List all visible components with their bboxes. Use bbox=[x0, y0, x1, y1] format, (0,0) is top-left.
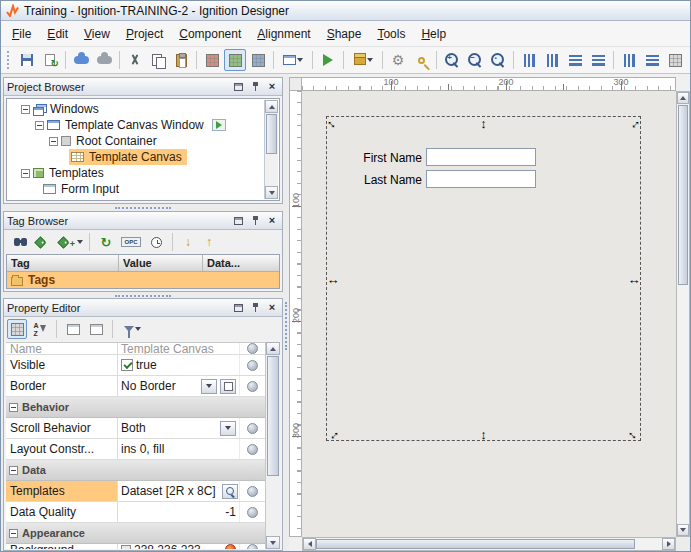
property-row-visible[interactable]: Visible true bbox=[6, 355, 265, 376]
resize-handle-s-icon[interactable] bbox=[480, 428, 487, 441]
collapse-all-button[interactable] bbox=[86, 319, 106, 339]
tree-node-template-canvas-window[interactable]: Template Canvas Window bbox=[7, 117, 279, 133]
scroll-thumb[interactable] bbox=[267, 356, 279, 476]
section-data[interactable]: Data bbox=[6, 460, 265, 481]
paste-button[interactable] bbox=[170, 49, 192, 71]
menu-tools[interactable]: Tools bbox=[369, 24, 413, 44]
tree-node-form-input[interactable]: Form Input bbox=[7, 181, 279, 197]
color-swatch[interactable] bbox=[121, 545, 131, 550]
float-button[interactable] bbox=[231, 80, 245, 93]
section-appearance[interactable]: Appearance bbox=[6, 523, 265, 544]
collapse-icon[interactable] bbox=[49, 137, 58, 146]
checkbox-checked[interactable] bbox=[121, 359, 133, 371]
update-project-button[interactable] bbox=[39, 49, 61, 71]
resize-handle-nw-icon[interactable] bbox=[324, 114, 342, 132]
binding-icon[interactable] bbox=[247, 444, 258, 455]
dropdown-button[interactable] bbox=[220, 421, 236, 436]
menu-help[interactable]: Help bbox=[413, 24, 454, 44]
publish-gateway-button[interactable] bbox=[70, 49, 92, 71]
binding-icon[interactable] bbox=[247, 486, 258, 497]
column-header-tag[interactable]: Tag bbox=[7, 255, 119, 271]
tree-node-template-canvas[interactable]: Template Canvas bbox=[7, 149, 279, 165]
collapse-icon[interactable] bbox=[9, 403, 18, 412]
binding-icon[interactable] bbox=[247, 507, 258, 518]
menu-view[interactable]: View bbox=[76, 24, 118, 44]
gateway-offline-button[interactable] bbox=[93, 49, 115, 71]
scroll-thumb[interactable] bbox=[316, 539, 635, 549]
scroll-up-button[interactable] bbox=[677, 92, 689, 104]
close-button[interactable] bbox=[265, 301, 279, 314]
section-behavior[interactable]: Behavior bbox=[6, 397, 265, 418]
align-left-button[interactable] bbox=[518, 49, 540, 71]
resize-handle-e-icon[interactable] bbox=[628, 272, 641, 285]
menu-alignment[interactable]: Alignment bbox=[249, 24, 318, 44]
distribute-h-button[interactable] bbox=[618, 49, 640, 71]
mode-design-button[interactable] bbox=[224, 49, 246, 71]
resize-handle-n-icon[interactable] bbox=[480, 117, 487, 130]
property-row-name[interactable]: Name Template Canvas bbox=[6, 343, 265, 355]
scroll-down-button[interactable] bbox=[677, 524, 689, 536]
binding-icon[interactable] bbox=[247, 423, 258, 434]
collapse-icon[interactable] bbox=[9, 529, 18, 538]
collapse-icon[interactable] bbox=[21, 169, 30, 178]
column-header-value[interactable]: Value bbox=[119, 255, 203, 271]
resize-handle-w-icon[interactable] bbox=[327, 272, 340, 285]
scroll-up-button[interactable] bbox=[266, 342, 280, 355]
menu-shape[interactable]: Shape bbox=[319, 24, 370, 44]
property-row-templates[interactable]: Templates Dataset [2R x 8C] bbox=[6, 481, 265, 502]
opc-browse-button[interactable]: OPC bbox=[119, 232, 143, 252]
chevron-down-icon[interactable] bbox=[77, 240, 83, 244]
pin-button[interactable] bbox=[248, 214, 262, 227]
float-button[interactable] bbox=[231, 301, 245, 314]
first-name-label[interactable]: First Name bbox=[358, 150, 422, 166]
collapse-icon[interactable] bbox=[35, 121, 44, 130]
property-row-background[interactable]: Background 238,236,233 bbox=[6, 544, 265, 549]
settings-button[interactable] bbox=[387, 49, 409, 71]
expand-all-button[interactable] bbox=[63, 319, 83, 339]
binding-icon[interactable] bbox=[247, 343, 258, 354]
menu-file[interactable]: File bbox=[4, 24, 39, 44]
tree-node-windows[interactable]: Windows bbox=[7, 101, 279, 117]
tree-node-root-container[interactable]: Root Container bbox=[7, 133, 279, 149]
tag-row-tags[interactable]: Tags bbox=[7, 272, 279, 288]
tag-history-button[interactable] bbox=[146, 232, 166, 252]
close-button[interactable] bbox=[265, 214, 279, 227]
sort-button[interactable] bbox=[30, 319, 50, 339]
scroll-up-button[interactable] bbox=[265, 100, 278, 113]
refresh-tags-button[interactable] bbox=[96, 232, 116, 252]
property-row-border[interactable]: Border No Border bbox=[6, 376, 265, 397]
filter-button[interactable] bbox=[119, 319, 145, 339]
open-window-button[interactable] bbox=[278, 49, 308, 71]
scroll-down-button[interactable] bbox=[266, 536, 280, 549]
size-same-button[interactable] bbox=[664, 49, 686, 71]
mode-layout-button[interactable] bbox=[247, 49, 269, 71]
resize-handle-ne-icon[interactable] bbox=[625, 114, 643, 132]
design-surface[interactable]: First Name Last Name bbox=[302, 91, 676, 537]
color-picker-icon[interactable] bbox=[225, 544, 236, 549]
scroll-down-button[interactable] bbox=[265, 186, 278, 199]
property-row-data-quality[interactable]: Data Quality -1 bbox=[6, 502, 265, 523]
mode-preview-button[interactable] bbox=[201, 49, 223, 71]
categorize-button[interactable] bbox=[7, 319, 27, 339]
last-name-input[interactable] bbox=[426, 170, 536, 188]
scroll-thumb[interactable] bbox=[678, 105, 688, 285]
tree-node-templates[interactable]: Templates bbox=[7, 165, 279, 181]
align-top-button[interactable] bbox=[564, 49, 586, 71]
zoom-fit-button[interactable] bbox=[487, 49, 509, 71]
cut-button[interactable] bbox=[124, 49, 146, 71]
menu-edit[interactable]: Edit bbox=[39, 24, 76, 44]
column-header-datatype[interactable]: Data... bbox=[203, 255, 279, 271]
binding-icon[interactable] bbox=[247, 360, 258, 371]
binding-icon[interactable] bbox=[247, 544, 258, 549]
project-tree-scrollbar[interactable] bbox=[264, 100, 278, 199]
border-editor-button[interactable] bbox=[220, 379, 236, 394]
dataset-viewer-button[interactable] bbox=[222, 484, 238, 499]
collapse-icon[interactable] bbox=[21, 105, 30, 114]
align-bottom-button[interactable] bbox=[587, 49, 609, 71]
open-window-badge[interactable] bbox=[212, 119, 226, 131]
dropdown-button[interactable] bbox=[201, 379, 217, 394]
panel-resize-grip[interactable] bbox=[1, 204, 285, 211]
scroll-thumb[interactable] bbox=[266, 114, 277, 154]
float-button[interactable] bbox=[231, 214, 245, 227]
template-canvas-selection[interactable]: First Name Last Name bbox=[326, 116, 641, 441]
